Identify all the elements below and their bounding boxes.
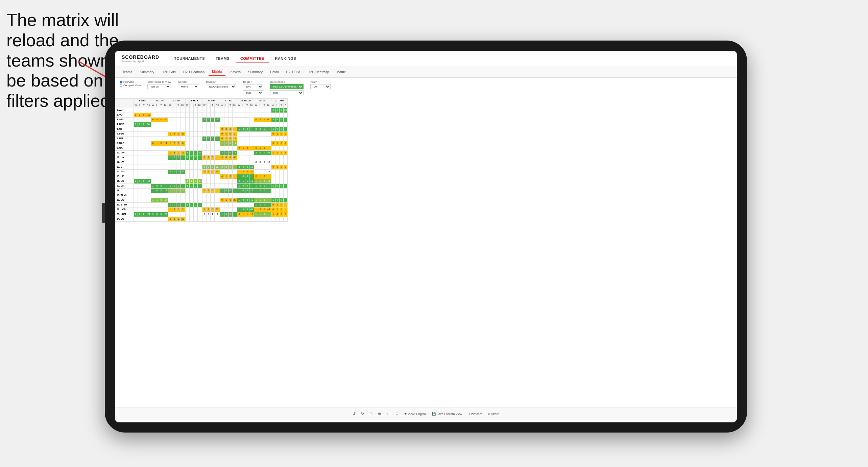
conference-filter: Conference Pac-12 Conference (All) (All) — [270, 80, 304, 95]
matrix-cell — [214, 203, 220, 207]
matrix-cell — [168, 122, 172, 127]
matrix-cell — [228, 122, 232, 127]
matrix-cell: 3 — [220, 155, 224, 160]
matrix-cell — [266, 155, 271, 160]
matrix-cell: 1 — [245, 212, 249, 217]
region-select2[interactable]: (All) — [243, 90, 263, 95]
matrix-cell: 0 — [279, 198, 283, 203]
matrix-cell — [220, 118, 224, 122]
tab-h2h-grid2[interactable]: H2H Grid — [283, 69, 304, 75]
division-select[interactable]: NCAA Division I NCAA Division II — [206, 84, 236, 89]
matrix-cell — [224, 203, 228, 207]
tab-detail[interactable]: Detail — [267, 69, 282, 75]
matrix-cell — [275, 155, 279, 160]
gender-select[interactable]: Men's Women's — [178, 84, 199, 89]
matrix-cell — [180, 198, 185, 203]
matrix-cell: 1 — [168, 184, 172, 189]
matrix-cell — [262, 108, 266, 113]
matrix-cell: 0 — [228, 174, 232, 179]
tab-h2h-grid[interactable]: H2H Grid — [158, 69, 179, 75]
tab-teams[interactable]: Teams — [119, 69, 136, 75]
tab-summary2[interactable]: Summary — [245, 69, 266, 75]
conference-select2[interactable]: (All) — [270, 90, 304, 95]
matrix-cell — [151, 207, 155, 212]
refresh-icon: ⊙ — [395, 412, 399, 416]
zoom-control[interactable]: + - — [386, 412, 390, 416]
matrix-cell — [202, 113, 206, 118]
matrix-cell: 1 — [168, 155, 172, 160]
tab-h2h-heatmap[interactable]: H2H Heatmap — [180, 69, 208, 75]
matrix-cell — [138, 170, 142, 174]
matrix-cell — [266, 113, 271, 118]
matrix-cell — [193, 127, 197, 132]
matrix-cell — [214, 198, 220, 203]
undo-btn[interactable]: ↺ — [353, 412, 356, 416]
matrix-cell — [138, 146, 142, 151]
matrix-cell — [168, 108, 172, 113]
matrix-cell: 2 — [168, 170, 172, 174]
matrix-cell — [279, 189, 283, 193]
matrix-cell — [232, 217, 237, 222]
matrix-cell — [168, 193, 172, 198]
matrix-cell — [163, 132, 168, 137]
refresh-btn[interactable]: ⊙ — [395, 412, 399, 416]
matrix-cell: 0 — [262, 146, 266, 151]
matrix-cell — [214, 108, 220, 113]
team-select[interactable]: (All) — [310, 84, 331, 89]
matrix-area[interactable]: 3. ASU 10. UW 11. UA 22. UCB 24. UO 27. … — [115, 98, 737, 408]
matrix-cell — [249, 141, 254, 146]
compact-view-radio[interactable]: Compact View — [120, 84, 141, 87]
matrix-cell: 0 — [220, 174, 224, 179]
nav-committee[interactable]: COMMITTEE — [236, 54, 269, 63]
matrix-cell: 0 — [275, 118, 279, 122]
matrix-cell — [180, 203, 185, 207]
watch-btn[interactable]: ⊙ Watch ▾ — [467, 412, 482, 416]
matrix-cell — [134, 170, 138, 174]
region-select[interactable]: N/A (All) — [243, 84, 263, 89]
matrix-cell — [189, 217, 193, 222]
matrix-cell — [185, 198, 189, 203]
tab-players[interactable]: Players — [226, 69, 244, 75]
matrix-cell — [279, 174, 283, 179]
matrix-cell — [224, 113, 228, 118]
tab-matrix[interactable]: Matrix — [209, 69, 225, 76]
matrix-cell — [214, 146, 220, 151]
nav-teams[interactable]: TEAMS — [211, 54, 234, 63]
matrix-cell — [168, 118, 172, 122]
matrix-cell — [228, 170, 232, 174]
matrix-cell — [254, 132, 258, 137]
matrix-cell — [258, 170, 262, 174]
matrix-cell — [237, 118, 241, 122]
matrix-cell — [142, 170, 146, 174]
matrix-cell — [214, 141, 220, 146]
matrix-cell — [228, 203, 232, 207]
matrix-cell — [283, 217, 288, 222]
matrix-cell — [266, 174, 271, 179]
matrix-cell — [180, 174, 185, 179]
view-original-btn[interactable]: 👁 View: Original — [404, 412, 427, 416]
full-view-radio[interactable]: Full View — [120, 80, 141, 83]
save-custom-btn[interactable]: 💾 Save Custom View — [432, 412, 462, 416]
matrix-cell — [254, 165, 258, 170]
zoom-in-btn[interactable]: ⊕ — [378, 412, 381, 416]
conference-select[interactable]: Pac-12 Conference (All) — [270, 84, 304, 89]
matrix-cell — [214, 179, 220, 184]
max-teams-select[interactable]: Top 25 Top 50 All — [147, 84, 171, 89]
tab-matrix2[interactable]: Matrix — [333, 69, 349, 75]
share-btn[interactable]: ⊕ Share — [487, 412, 499, 416]
matrix-cell — [151, 170, 155, 174]
matrix-cell: 3 — [283, 212, 288, 217]
nav-rankings[interactable]: RANKINGS — [270, 54, 301, 63]
matrix-cell: 0 — [262, 160, 266, 165]
matrix-cell: 0 — [197, 179, 202, 184]
matrix-cell — [241, 151, 245, 155]
matrix-cell: 5 — [279, 151, 283, 155]
redo-btn[interactable]: ↻ — [361, 412, 364, 416]
tab-h2h-heatmap2[interactable]: H2H Heatmap — [304, 69, 332, 75]
tab-summary[interactable]: Summary — [136, 69, 158, 75]
matrix-cell — [159, 113, 163, 118]
grid-btn[interactable]: ⊞ — [369, 412, 372, 416]
matrix-cell — [266, 146, 271, 151]
nav-tournaments[interactable]: TOURNAMENTS — [169, 54, 210, 63]
matrix-cell — [163, 179, 168, 184]
